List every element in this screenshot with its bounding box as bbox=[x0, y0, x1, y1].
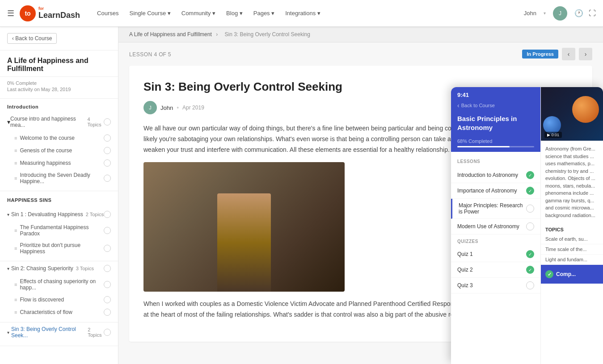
logo: to for LearnDash bbox=[20, 5, 80, 21]
author-date: Apr 2019 bbox=[182, 105, 204, 111]
nav-left: ☰ to for LearnDash Courses Single Course… bbox=[7, 5, 325, 21]
last-activity: Last activity on May 28, 2019 bbox=[7, 87, 111, 92]
lesson-icon: ≡ bbox=[14, 176, 17, 181]
lesson-title: Welcome to the course bbox=[20, 135, 104, 141]
nav-right: John ▾ J 🕐 ⛶ bbox=[524, 6, 596, 21]
mobile-topic-2[interactable]: Time scale of the... bbox=[541, 244, 603, 255]
course-intro-label: Course intro and happiness mea... bbox=[10, 116, 85, 128]
sin2-group: ▾ Sin 2: Chasing Superiority 3 Topics ≡ … bbox=[0, 261, 118, 322]
sin1-label: Sin 1 : Devaluating Happiness bbox=[11, 211, 83, 218]
mobile-thumbnail: ▶ 0:01 bbox=[541, 87, 603, 141]
person-figure bbox=[217, 193, 271, 292]
lesson-icon: ≡ bbox=[14, 135, 17, 141]
breadcrumb: A Life of Happiness and Fulfillment › Si… bbox=[118, 27, 603, 42]
lesson-icon: ≡ bbox=[14, 160, 17, 166]
lesson-title: Measuring happiness bbox=[20, 160, 104, 166]
sin1-header[interactable]: ▾ Sin 1 : Devaluating Happiness 2 Topics bbox=[0, 207, 118, 222]
mobile-progress-fill bbox=[457, 146, 510, 147]
logo-text: for LearnDash bbox=[38, 7, 80, 20]
mobile-check-1: ✓ bbox=[526, 171, 534, 179]
introduction-section-title: Introduction bbox=[0, 99, 118, 112]
progress-percent: 0% Complete bbox=[7, 80, 111, 86]
video-play-overlay[interactable]: ▶ 0:01 bbox=[544, 132, 562, 138]
next-lesson-button[interactable]: › bbox=[579, 48, 592, 60]
mobile-progress-text: 68% Completed bbox=[457, 138, 492, 144]
lesson-title: Introducing the Seven Deadly Happine... bbox=[20, 172, 104, 184]
mobile-lessons-title: LESSONS bbox=[451, 157, 540, 167]
lesson-measuring[interactable]: ≡ Measuring happiness bbox=[0, 157, 118, 169]
mobile-lesson-3[interactable]: Major Principles: Research is Power bbox=[451, 199, 540, 219]
mobile-quiz-check-1: ✓ bbox=[526, 250, 534, 258]
mobile-quiz-check-2: ✓ bbox=[526, 266, 534, 274]
mobile-complete-button[interactable]: ✓ Comp... bbox=[541, 265, 603, 284]
sin1-group: ▾ Sin 1 : Devaluating Happiness 2 Topics… bbox=[0, 207, 118, 261]
mobile-quiz-2[interactable]: Quiz 2 ✓ bbox=[451, 262, 540, 278]
triangle-icon: ▾ bbox=[7, 212, 9, 217]
user-name: John bbox=[524, 10, 536, 17]
sin1-lesson2[interactable]: ≡ Prioritize but don't pursue Happiness bbox=[0, 239, 118, 257]
topnav-icons: 🕐 ⛶ bbox=[574, 9, 596, 17]
mobile-check-3-empty bbox=[526, 205, 534, 213]
author-avatar: J bbox=[143, 101, 157, 114]
logo-icon: to bbox=[20, 5, 36, 21]
mobile-lesson-4[interactable]: Modern Use of Astronomy bbox=[451, 219, 540, 234]
lesson-genesis[interactable]: ≡ Genesis of the course bbox=[0, 144, 118, 157]
sin2-header[interactable]: ▾ Sin 2: Chasing Superiority 3 Topics bbox=[0, 261, 118, 276]
lesson-introducing[interactable]: ≡ Introducing the Seven Deadly Happine..… bbox=[0, 169, 118, 187]
menu-item-single-course[interactable]: Single Course ▾ bbox=[125, 7, 175, 19]
mobile-lesson-1[interactable]: Introduction to Astronomy ✓ bbox=[451, 167, 540, 183]
menu-item-courses[interactable]: Courses bbox=[93, 7, 123, 19]
article-image bbox=[143, 162, 345, 292]
mobile-status-bar: 9:41 bbox=[451, 87, 540, 100]
mobile-overlay: 9:41 Back to Course Basic Principles in … bbox=[451, 87, 603, 364]
fullscreen-icon[interactable]: ⛶ bbox=[589, 9, 596, 17]
hamburger-icon[interactable]: ☰ bbox=[7, 8, 14, 18]
breadcrumb-parent[interactable]: A Life of Happiness and Fulfillment bbox=[129, 31, 212, 38]
mobile-lessons-section: LESSONS Introduction to Astronomy ✓ Impo… bbox=[451, 152, 540, 364]
author-name: John bbox=[160, 105, 173, 111]
lesson-icon: ≡ bbox=[14, 148, 17, 153]
lesson-circle bbox=[104, 134, 111, 142]
mobile-quiz-1[interactable]: Quiz 1 ✓ bbox=[451, 247, 540, 262]
mobile-lesson-2[interactable]: Importance of Astronomy ✓ bbox=[451, 183, 540, 199]
course-intro-circle bbox=[104, 118, 111, 126]
sin2-lesson1[interactable]: ≡ Effects of chasing superiority on happ… bbox=[0, 276, 118, 293]
sin2-lesson2[interactable]: ≡ Flow is discovered bbox=[0, 293, 118, 306]
mobile-check-4-empty bbox=[526, 222, 534, 230]
menu-item-community[interactable]: Community ▾ bbox=[177, 7, 220, 19]
mobile-right-panel: ≡ ▶ 0:01 Astronomy (from Gre... science … bbox=[540, 87, 603, 364]
course-intro-header[interactable]: ▾ Course intro and happiness mea... 4 To… bbox=[0, 112, 118, 132]
mobile-panel: 9:41 Back to Course Basic Principles in … bbox=[451, 87, 540, 364]
mobile-topic-1[interactable]: Scale of earth, su... bbox=[541, 234, 603, 244]
mobile-quiz-3[interactable]: Quiz 3 bbox=[451, 278, 540, 293]
back-to-course-link[interactable]: Back to Course bbox=[7, 33, 57, 44]
menu-item-blog[interactable]: Blog ▾ bbox=[222, 7, 247, 19]
sin3-header[interactable]: ▾ Sin 3: Being Overly Control Seek... 2 … bbox=[0, 322, 118, 342]
course-intro-group: ▾ Course intro and happiness mea... 4 To… bbox=[0, 112, 118, 191]
sin2-lesson3[interactable]: ≡ Characteristics of flow bbox=[0, 306, 118, 318]
sin1-lesson1[interactable]: ≡ The Fundamental Happiness Paradox bbox=[0, 222, 118, 239]
mobile-course-title: Basic Principles in Astronomy bbox=[451, 113, 540, 135]
lesson-label: LESSON 4 OF 5 bbox=[129, 50, 171, 58]
mobile-topic-3[interactable]: Light and fundam... bbox=[541, 255, 603, 265]
avatar[interactable]: J bbox=[553, 6, 567, 21]
main-menu: Courses Single Course ▾ Community ▾ Blog… bbox=[93, 7, 325, 19]
course-intro-count: 4 Topics bbox=[88, 117, 104, 127]
happiness-sins-title: HAPPINESS SINS bbox=[0, 193, 118, 207]
sidebar-progress: 0% Complete Last activity on May 28, 201… bbox=[0, 77, 118, 99]
planet-orange bbox=[572, 96, 599, 123]
menu-item-integrations[interactable]: Integrations ▾ bbox=[281, 7, 325, 19]
history-icon[interactable]: 🕐 bbox=[574, 9, 583, 17]
lesson-circle bbox=[104, 147, 111, 154]
lesson-circle bbox=[104, 175, 111, 182]
lesson-welcome[interactable]: ≡ Welcome to the course bbox=[0, 132, 118, 144]
mobile-progress: 68% Completed bbox=[451, 135, 540, 152]
lesson-header: LESSON 4 OF 5 In Progress ‹ › bbox=[118, 42, 603, 66]
menu-item-pages[interactable]: Pages ▾ bbox=[249, 7, 279, 19]
mobile-back-button[interactable]: Back to Course bbox=[451, 100, 540, 113]
prev-lesson-button[interactable]: ‹ bbox=[562, 48, 575, 60]
complete-check-icon: ✓ bbox=[545, 270, 553, 278]
mobile-check-2: ✓ bbox=[526, 187, 534, 195]
top-navigation: ☰ to for LearnDash Courses Single Course… bbox=[0, 0, 603, 27]
sidebar-back: Back to Course bbox=[0, 27, 118, 50]
